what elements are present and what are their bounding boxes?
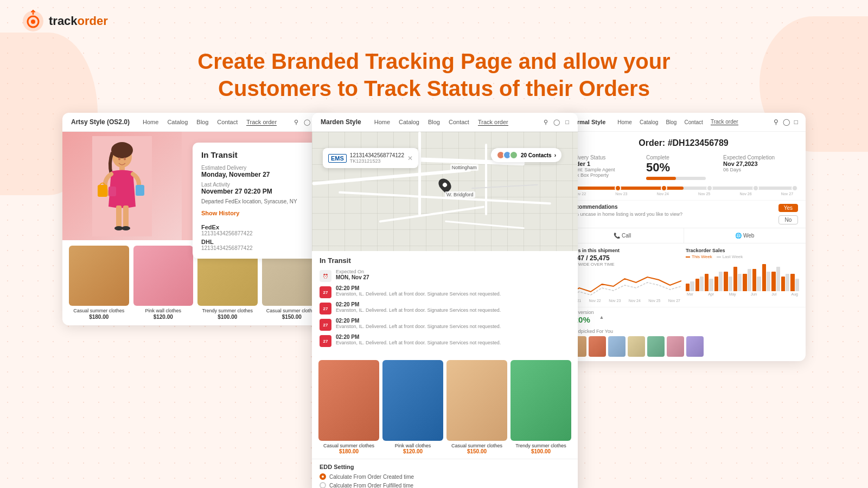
panel3-nav-blog[interactable]: Blog xyxy=(666,119,676,125)
progress-bar xyxy=(561,184,806,192)
handpicked-image xyxy=(686,336,704,357)
panel2-nav-trackorder[interactable]: Track order xyxy=(478,119,508,126)
edd-option-2[interactable]: Calculate From Order Fulfilled time xyxy=(320,482,570,488)
charts-area: Items in this shipment 2,147 / 25,475 SH… xyxy=(561,243,806,307)
woman-illustration xyxy=(92,136,152,236)
product-image xyxy=(133,246,194,306)
conversion-section: Conversion +20% ▲ xyxy=(561,307,806,326)
event-dot: 27 xyxy=(320,335,331,347)
panel2-shop-name: Marden Style xyxy=(321,118,361,126)
contact-avatars xyxy=(496,151,518,159)
panel1-nav-home[interactable]: Home xyxy=(143,119,158,125)
handpicked-images xyxy=(569,336,798,357)
panel1-nav: Artsy Style (OS2.0) Home Catalog Blog Co… xyxy=(62,113,328,132)
panel3-nav-home[interactable]: Home xyxy=(617,119,632,125)
logo-text: trackorder xyxy=(49,14,108,28)
phone-icon: 📞 xyxy=(614,233,620,239)
panels-container: Artsy Style (OS2.0) Home Catalog Blog Co… xyxy=(0,113,868,488)
panel3-nav-trackorder[interactable]: Track order xyxy=(711,119,738,125)
search-icon[interactable]: ⚲ xyxy=(774,118,778,126)
line-chart xyxy=(568,269,681,299)
svg-point-7 xyxy=(118,157,120,160)
product-image xyxy=(510,360,571,441)
user-icon[interactable]: ◯ xyxy=(783,118,790,126)
p2-product-item: Pink wall clothes $120.00 xyxy=(382,360,443,454)
svg-rect-10 xyxy=(98,185,107,197)
bar-chart xyxy=(686,261,799,291)
handpicked-image xyxy=(667,336,684,357)
panel2-nav-contact[interactable]: Contact xyxy=(449,119,469,125)
handpicked-image xyxy=(647,336,665,357)
logo: trackorder xyxy=(22,10,108,33)
map-label-nottingham: Nottingham xyxy=(450,164,478,171)
logo-icon xyxy=(22,10,44,33)
call-button[interactable]: 📞 Call xyxy=(561,228,684,243)
panel3-nav-catalog[interactable]: Catalog xyxy=(640,119,658,125)
svg-rect-14 xyxy=(123,206,129,227)
cart-icon[interactable]: □ xyxy=(565,119,569,126)
user-icon[interactable]: ◯ xyxy=(304,119,310,126)
panel-normal: Normal Style Home Catalog Blog Contact T… xyxy=(561,113,806,361)
panel2-products: Casual summer clothes $180.00 Pink wall … xyxy=(312,356,578,459)
event-dot: ⏰ xyxy=(320,270,331,282)
product-image xyxy=(446,360,507,441)
web-icon: 🌐 xyxy=(735,233,742,239)
panel1-status: In Transit xyxy=(201,150,314,159)
panel1-nav-trackorder[interactable]: Track order xyxy=(246,119,277,126)
contact-buttons: 📞 Call 🌐 Web xyxy=(561,228,806,243)
svg-rect-12 xyxy=(136,185,144,196)
panel1-nav-catalog[interactable]: Catalog xyxy=(167,119,188,125)
map-road xyxy=(485,144,487,215)
product-image xyxy=(382,360,443,441)
panel2-tracking: In Transit ⏰ Expected On MON, Nov 27 27 … xyxy=(312,251,578,356)
close-icon[interactable]: ✕ xyxy=(407,155,413,162)
radio-unselected xyxy=(320,482,326,488)
contacts-badge[interactable]: 20 Contacts › xyxy=(491,148,561,162)
panel1-hero-image xyxy=(62,132,182,240)
p2-product-item: Casual summer clothes $150.00 xyxy=(446,360,507,454)
cart-icon[interactable]: □ xyxy=(794,118,798,126)
svg-rect-13 xyxy=(116,206,122,227)
panel-marden: Marden Style Home Catalog Blog Contact T… xyxy=(312,113,578,488)
svg-point-16 xyxy=(122,226,130,230)
panel2-nav-catalog[interactable]: Catalog xyxy=(399,119,419,125)
svg-point-8 xyxy=(124,157,126,160)
product-image xyxy=(318,360,379,441)
tracking-event: 27 02:20 PM Evanston, IL. Delivered. Lef… xyxy=(320,318,570,331)
product-item: Pink wall clothes $120.00 xyxy=(133,246,194,320)
p2-product-item: Trendy summer clothes $100.00 xyxy=(510,360,571,454)
svg-rect-11 xyxy=(108,187,116,196)
edd-section: EDD Setting Calculate From Order Created… xyxy=(312,459,578,488)
panel1-nav-blog[interactable]: Blog xyxy=(196,119,208,125)
handpicked-image xyxy=(589,336,606,357)
edd-option-1[interactable]: Calculate From Order Created time xyxy=(320,473,570,480)
panel1-hero: In Transit Estimated Delivery Monday, No… xyxy=(62,132,328,240)
tracking-expected: ⏰ Expected On MON, Nov 27 xyxy=(320,269,570,282)
recommendations-section: Recommendations 50% uncase in home listi… xyxy=(561,200,806,228)
tracking-event: 27 02:20 PM Evanston, IL. Delivered. Lef… xyxy=(320,301,570,314)
svg-point-2 xyxy=(31,20,35,24)
search-icon[interactable]: ⚲ xyxy=(294,119,298,126)
handpicked-section: Handpicked For You xyxy=(561,326,806,361)
yes-button[interactable]: Yes xyxy=(778,204,798,212)
items-chart: Items in this shipment 2,147 / 25,475 SH… xyxy=(568,248,681,303)
panel3-nav-icons: ⚲ ◯ □ xyxy=(774,118,798,126)
chevron-right-icon: › xyxy=(554,152,556,158)
carrier-list: FedEx 12131434256877422 DHL 121314342568… xyxy=(201,224,314,251)
show-history-link[interactable]: Show History xyxy=(201,210,239,216)
search-icon[interactable]: ⚲ xyxy=(544,119,548,126)
panel2-nav-blog[interactable]: Blog xyxy=(428,119,440,125)
panel2-nav-home[interactable]: Home xyxy=(374,119,390,125)
map-label-bridgford: W. Bridgford xyxy=(445,191,475,198)
panel-artsy: Artsy Style (OS2.0) Home Catalog Blog Co… xyxy=(62,113,328,325)
progress-labels: Nov 22 Nov 23 Nov 24 Nov 25 Nov 26 Nov 2… xyxy=(561,192,806,196)
panel3-nav-contact[interactable]: Contact xyxy=(684,119,703,125)
panel1-nav-contact[interactable]: Contact xyxy=(217,119,238,125)
no-button[interactable]: No xyxy=(778,215,798,224)
user-icon[interactable]: ◯ xyxy=(553,119,560,126)
web-button[interactable]: 🌐 Web xyxy=(684,228,806,243)
sales-chart: Trackorder Sales This Week Last Week Mar… xyxy=(686,248,799,303)
svg-point-6 xyxy=(111,142,133,158)
panel2-nav: Marden Style Home Catalog Blog Contact T… xyxy=(312,113,578,132)
event-dot: 27 xyxy=(320,303,331,314)
